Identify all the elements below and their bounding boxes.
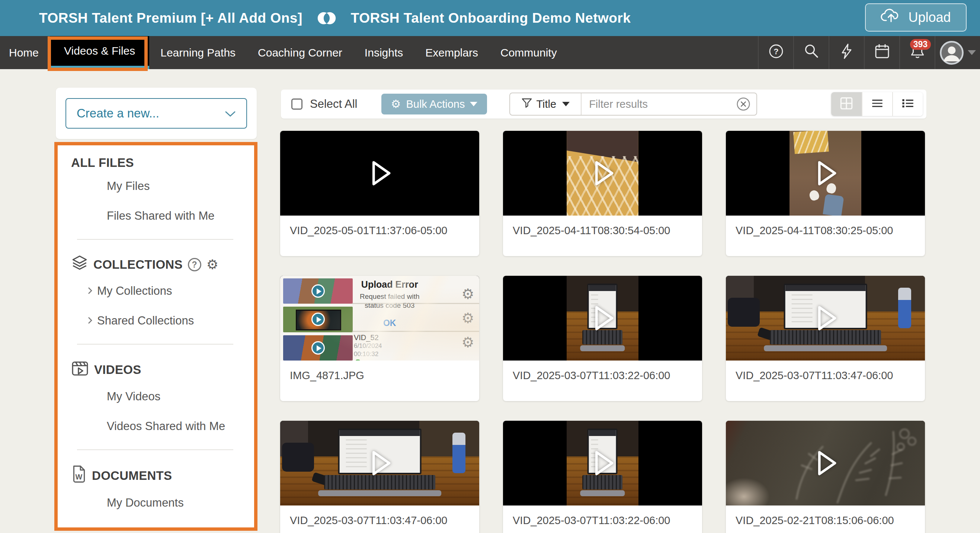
video-title: VID_2025-03-07T11:03:47-06:00 [735,370,915,382]
play-icon [810,301,841,335]
grid-view-icon [838,95,854,113]
filter-results-input[interactable] [583,98,735,110]
thumb-art-upload-screenshot: Upload Error Request failed with status … [280,276,479,360]
video-card[interactable]: ⚙ ⚙ ⚙ VID_2025-03-07T11:03:47-06:00 [280,421,479,533]
clear-filter-icon[interactable] [735,96,751,112]
card-body: VID_2025-05-01T11:37:06-05:00 [280,216,479,246]
calendar-button[interactable] [864,36,899,69]
video-title: VID_2025-03-07T11:03:47-06:00 [290,514,469,527]
nav-item-home[interactable]: Home [0,36,50,69]
collections-settings-icon[interactable]: ⚙ [207,258,219,271]
section-all-files: ALL FILES [71,156,254,170]
filter-group: Title [509,92,757,116]
main-nav: Home Videos & Files Learning Paths Coach… [0,36,980,69]
video-card[interactable]: ⚙ ⚙ ⚙ VID_2025-03-07T11:03:47-06:00 [726,276,925,401]
video-card[interactable]: Upload Error Request failed with status … [280,276,479,401]
detail-list-view-button[interactable] [892,92,923,116]
sidebar-file-tree: ALL FILES My Files Files Shared with Me … [54,142,258,531]
chevron-right-icon [88,314,93,327]
view-toggle-group [831,92,923,116]
video-grid: ⚙ ⚙ ⚙ VID_2025-05-01T11:37:06-05:00 [280,131,926,533]
video-card[interactable]: ⚙ ⚙ ⚙ VID_2025-02-21T08:15:06-06:00 [726,421,925,533]
upload-entry: VID_52 6/10/2024 00:10:32 [354,333,426,360]
video-card[interactable]: ⚙ ⚙ ⚙ VID_2025-03-07T11:03:22-06:00 [503,276,702,401]
sidebar-item-my-collections[interactable]: My Collections [88,284,254,298]
sidebar-item-shared-collections[interactable]: Shared Collections [88,314,254,327]
video-card[interactable]: ⚙ ⚙ ⚙ VID_2025-04-11T08:30:25-05:00 [726,131,925,256]
video-title: VID_2025-04-11T08:30:25-05:00 [735,225,915,237]
nav-item-learning-paths[interactable]: Learning Paths [149,36,247,69]
video-thumbnail[interactable]: ⚙ ⚙ ⚙ [503,131,702,216]
all-files-title: ALL FILES [71,156,134,170]
play-icon [587,156,618,190]
shared-collections-label: Shared Collections [97,314,194,327]
network-title: TORSH Talent Onboarding Demo Network [351,10,631,26]
sidebar-item-files-shared-with-me[interactable]: Files Shared with Me [107,209,254,223]
search-button[interactable] [793,36,829,69]
files-toolbar: Select All ⚙ Bulk Actions Title [281,90,926,119]
sidebar-item-my-videos[interactable]: My Videos [107,390,254,403]
notifications-button[interactable]: 393 [899,36,935,69]
play-icon [587,446,618,480]
chevron-down-icon [562,102,570,106]
video-thumbnail[interactable]: ⚙ ⚙ ⚙ [503,276,702,360]
list-view-button[interactable] [862,92,892,116]
video-card[interactable]: ⚙ ⚙ ⚙ VID_2025-04-11T08:30:54-05:00 [503,131,702,256]
bulk-actions-button[interactable]: ⚙ Bulk Actions [381,94,487,114]
calendar-icon [873,43,891,62]
upload-button[interactable]: Upload [865,3,967,32]
select-all-checkbox[interactable] [291,98,302,109]
video-title: VID_2025-02-21T08:15:06-06:00 [735,514,915,527]
app-header: TORSH Talent Premium [+ All Add Ons] TOR… [0,0,980,36]
sidebar-item-videos-shared-with-me[interactable]: Videos Shared with Me [107,420,254,433]
header-titles: TORSH Talent Premium [+ All Add Ons] TOR… [39,10,631,26]
account-menu[interactable] [935,36,980,69]
my-collections-label: My Collections [97,284,172,298]
card-body: VID_2025-02-21T08:15:06-06:00 [726,506,925,533]
chevron-down-icon [225,106,236,121]
nav-icon-bar: ? [758,36,980,69]
quick-actions-button[interactable] [829,36,864,69]
video-thumbnail[interactable]: Upload Error Request failed with status … [280,276,479,360]
help-button[interactable]: ? [758,36,793,69]
section-documents: W DOCUMENTS [71,465,254,487]
chevron-down-icon [968,50,976,55]
section-collections: COLLECTIONS ? ⚙ [71,255,254,275]
filter-field-dropdown[interactable]: Title [510,93,582,115]
video-card[interactable]: ⚙ ⚙ ⚙ VID_2025-05-01T11:37:06-05:00 [280,131,479,256]
nav-item-videos-files[interactable]: Videos & Files [50,36,149,69]
video-thumbnail[interactable]: ⚙ ⚙ ⚙ [726,131,925,216]
sidebar-item-my-files[interactable]: My Files [107,179,254,193]
video-title: VID_2025-05-01T11:37:06-05:00 [290,225,469,237]
filter-input-wrap [582,93,756,115]
nav-item-insights[interactable]: Insights [353,36,414,69]
card-body: VID_2025-04-11T08:30:54-05:00 [503,216,702,246]
nav-item-exemplars[interactable]: Exemplars [414,36,489,69]
sidebar-item-my-documents[interactable]: My Documents [107,496,254,509]
video-thumbnail[interactable]: ⚙ ⚙ ⚙ [503,421,702,506]
network-logo-icon [315,10,338,26]
ok-button: OK [354,318,426,328]
video-thumbnail[interactable]: ⚙ ⚙ ⚙ [280,421,479,506]
video-title: VID_2025-04-11T08:30:54-05:00 [513,225,692,237]
screenshot-gear-icons: ⚙ ⚙ ⚙ [462,276,474,360]
create-new-dropdown[interactable]: Create a new... [65,98,247,128]
play-icon [810,156,841,190]
avatar [939,41,964,65]
video-card[interactable]: ⚙ ⚙ ⚙ VID_2025-03-07T11:03:22-06:00 [503,421,702,533]
search-icon [803,43,820,62]
grid-view-button[interactable] [831,92,862,116]
video-thumbnail[interactable]: ⚙ ⚙ ⚙ [280,131,479,216]
create-new-label: Create a new... [76,106,159,121]
video-title: IMG_4871.JPG [290,370,469,382]
nav-item-coaching-corner[interactable]: Coaching Corner [247,36,353,69]
nav-item-community[interactable]: Community [489,36,568,69]
video-title: VID_2025-03-07T11:03:22-06:00 [513,370,692,382]
uploaded-cloud-icon [354,359,362,360]
video-thumbnail[interactable]: ⚙ ⚙ ⚙ [726,421,925,506]
video-thumbnail[interactable]: ⚙ ⚙ ⚙ [726,276,925,360]
collections-help-icon[interactable]: ? [188,258,201,271]
gear-icon: ⚙ [391,98,401,109]
layers-icon [71,255,88,275]
upload-error-message: Request failed with status code 503 [354,292,426,310]
